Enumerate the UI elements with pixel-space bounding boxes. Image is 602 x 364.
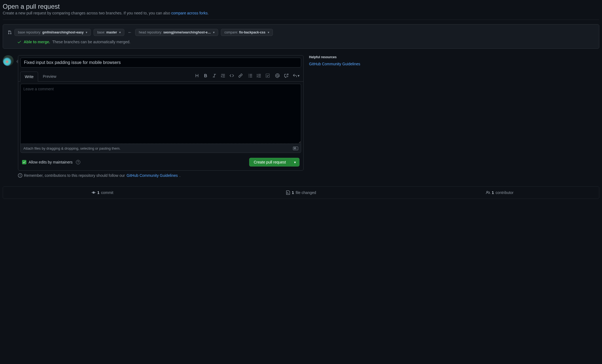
cross-reference-icon[interactable] xyxy=(284,73,288,78)
create-pr-dropdown[interactable]: ▾ xyxy=(291,158,300,166)
attach-hint-text: Attach files by dragging & dropping, sel… xyxy=(23,146,121,150)
contributors-count: 1 xyxy=(492,190,494,195)
caret-down-icon: ▾ xyxy=(86,30,87,34)
md-toolbar: ▾ xyxy=(195,73,301,78)
file-diff-icon xyxy=(286,190,290,195)
caret-down-icon: ▾ xyxy=(213,30,215,34)
subtitle-text: Create a new pull request by comparing c… xyxy=(3,11,171,15)
base-branch-selector[interactable]: base: master ▾ xyxy=(94,29,124,36)
commits-label: commit xyxy=(101,190,113,195)
commit-icon xyxy=(91,190,96,195)
head-repo-label: head repository: xyxy=(139,30,162,34)
help-icon[interactable]: ? xyxy=(76,160,80,164)
contributors-label: contributor xyxy=(496,190,514,195)
subtitle-suffix: . xyxy=(208,11,209,15)
quote-icon[interactable] xyxy=(221,73,225,78)
head-repo-value: seongjinme/searchinghost-e… xyxy=(163,30,211,34)
range-editor: base repository: gmfmi/searchinghost-eas… xyxy=(3,24,599,49)
tab-list: Write Preview xyxy=(20,71,61,81)
remember-guidelines-link[interactable]: GitHub Community Guidelines xyxy=(126,173,178,178)
merge-status: Able to merge. These branches can be aut… xyxy=(17,40,595,44)
files-label: file changed xyxy=(296,190,316,195)
list-ordered-icon[interactable] xyxy=(257,73,261,78)
compare-forks-link[interactable]: compare across forks xyxy=(171,11,208,15)
base-branch-value: master xyxy=(106,30,117,34)
avatar[interactable] xyxy=(3,55,14,66)
commits-count: 1 xyxy=(97,190,100,195)
caret-down-icon: ▾ xyxy=(268,30,269,34)
arrow-left-icon: ← xyxy=(127,30,132,35)
italic-icon[interactable] xyxy=(212,73,217,78)
compare-branch-selector[interactable]: compare: fix-backpack-css ▾ xyxy=(221,29,273,36)
info-icon xyxy=(18,173,22,178)
reply-icon[interactable]: ▾ xyxy=(293,73,300,78)
allow-edits-checkbox[interactable] xyxy=(22,160,26,164)
merge-desc-text: These branches can be automatically merg… xyxy=(52,40,130,44)
tab-preview[interactable]: Preview xyxy=(38,71,61,81)
people-icon xyxy=(486,190,490,195)
tab-write[interactable]: Write xyxy=(20,72,38,82)
comment-box: Write Preview xyxy=(18,55,304,171)
heading-icon[interactable] xyxy=(195,73,199,78)
base-branch-label: base: xyxy=(97,30,105,34)
head-repo-selector[interactable]: head repository: seongjinme/searchinghos… xyxy=(135,29,218,36)
tasklist-icon[interactable] xyxy=(266,73,270,78)
stat-contributors[interactable]: 1 contributor xyxy=(400,187,599,199)
allow-edits-label[interactable]: Allow edits by maintainers ? xyxy=(22,160,80,164)
files-count: 1 xyxy=(292,190,294,195)
attach-hint[interactable]: Attach files by dragging & dropping, sel… xyxy=(20,144,301,153)
compare-label: compare: xyxy=(224,30,238,34)
code-icon[interactable] xyxy=(230,73,234,78)
git-compare-icon xyxy=(7,30,12,35)
bold-icon[interactable] xyxy=(203,73,208,78)
base-repo-selector[interactable]: base repository: gmfmi/searchinghost-eas… xyxy=(14,29,91,36)
caret-down-icon: ▾ xyxy=(298,73,300,78)
check-icon xyxy=(17,40,21,44)
page-subtitle: Create a new pull request by comparing c… xyxy=(3,11,599,20)
stats-bar: 1 commit 1 file changed 1 contributor xyxy=(3,186,599,199)
base-repo-value: gmfmi/searchinghost-easy xyxy=(42,30,84,34)
sidebar: Helpful resources GitHub Community Guide… xyxy=(309,55,369,171)
mention-icon[interactable] xyxy=(275,73,280,78)
remember-note: Remember, contributions to this reposito… xyxy=(18,173,312,178)
allow-edits-text: Allow edits by maintainers xyxy=(29,160,73,164)
link-icon[interactable] xyxy=(238,73,243,78)
pr-title-input[interactable] xyxy=(20,58,301,67)
stat-commits[interactable]: 1 commit xyxy=(3,187,202,199)
merge-able-text: Able to merge. xyxy=(24,40,50,44)
page-title: Open a pull request xyxy=(3,3,599,10)
list-unordered-icon[interactable] xyxy=(248,73,252,78)
remember-suffix: . xyxy=(179,173,180,178)
remember-prefix: Remember, contributions to this reposito… xyxy=(24,173,125,178)
comment-textarea[interactable] xyxy=(20,84,301,144)
sidebar-guidelines-link[interactable]: GitHub Community Guidelines xyxy=(309,62,360,66)
create-pr-button[interactable]: Create pull request xyxy=(249,158,291,166)
sidebar-heading: Helpful resources xyxy=(309,55,369,59)
caret-down-icon: ▾ xyxy=(119,30,121,34)
base-repo-label: base repository: xyxy=(18,30,41,34)
compare-value: fix-backpack-css xyxy=(239,30,266,34)
stat-files[interactable]: 1 file changed xyxy=(202,187,400,199)
markdown-icon[interactable]: M↓ xyxy=(293,147,298,150)
